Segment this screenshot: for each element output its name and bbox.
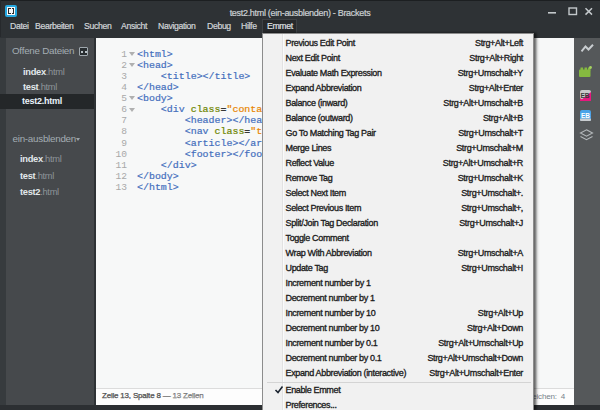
svg-text:EB: EB <box>580 92 589 99</box>
svg-text:EB: EB <box>581 112 590 119</box>
